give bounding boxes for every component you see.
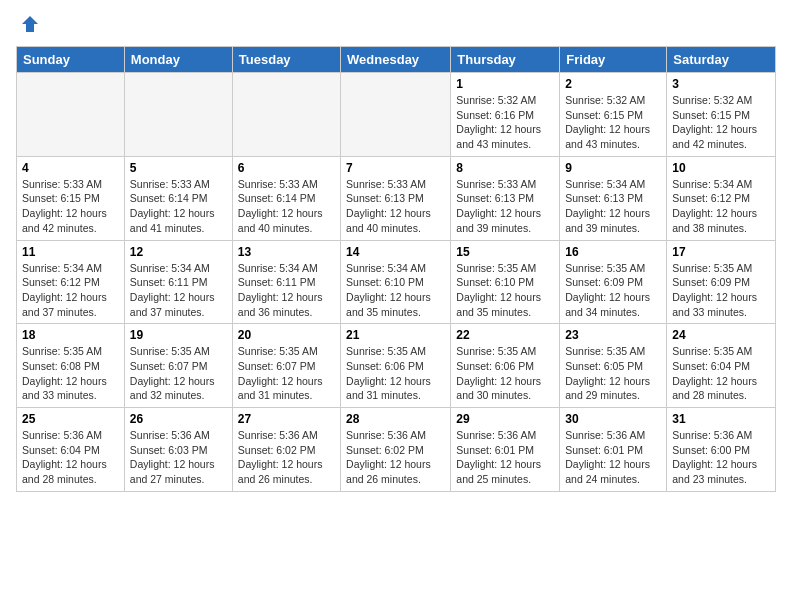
day-info: Sunrise: 5:36 AMSunset: 6:00 PMDaylight:…	[672, 428, 770, 487]
day-info: Sunrise: 5:33 AMSunset: 6:14 PMDaylight:…	[130, 177, 227, 236]
day-number: 4	[22, 161, 119, 175]
calendar-cell: 9Sunrise: 5:34 AMSunset: 6:13 PMDaylight…	[560, 156, 667, 240]
day-number: 28	[346, 412, 445, 426]
day-number: 17	[672, 245, 770, 259]
calendar-cell	[17, 73, 125, 157]
day-info: Sunrise: 5:35 AMSunset: 6:05 PMDaylight:…	[565, 344, 661, 403]
calendar-cell	[124, 73, 232, 157]
calendar-cell: 22Sunrise: 5:35 AMSunset: 6:06 PMDayligh…	[451, 324, 560, 408]
day-number: 5	[130, 161, 227, 175]
day-info: Sunrise: 5:34 AMSunset: 6:13 PMDaylight:…	[565, 177, 661, 236]
day-info: Sunrise: 5:36 AMSunset: 6:04 PMDaylight:…	[22, 428, 119, 487]
calendar-header-thursday: Thursday	[451, 47, 560, 73]
calendar-header-sunday: Sunday	[17, 47, 125, 73]
day-number: 20	[238, 328, 335, 342]
day-info: Sunrise: 5:35 AMSunset: 6:08 PMDaylight:…	[22, 344, 119, 403]
day-info: Sunrise: 5:33 AMSunset: 6:13 PMDaylight:…	[456, 177, 554, 236]
calendar-week-row: 11Sunrise: 5:34 AMSunset: 6:12 PMDayligh…	[17, 240, 776, 324]
day-info: Sunrise: 5:35 AMSunset: 6:06 PMDaylight:…	[456, 344, 554, 403]
day-number: 12	[130, 245, 227, 259]
calendar-cell: 2Sunrise: 5:32 AMSunset: 6:15 PMDaylight…	[560, 73, 667, 157]
calendar-cell: 6Sunrise: 5:33 AMSunset: 6:14 PMDaylight…	[232, 156, 340, 240]
calendar-cell: 12Sunrise: 5:34 AMSunset: 6:11 PMDayligh…	[124, 240, 232, 324]
day-number: 2	[565, 77, 661, 91]
logo-icon	[20, 14, 40, 34]
page-header	[16, 16, 776, 34]
day-info: Sunrise: 5:34 AMSunset: 6:11 PMDaylight:…	[130, 261, 227, 320]
calendar-cell: 25Sunrise: 5:36 AMSunset: 6:04 PMDayligh…	[17, 408, 125, 492]
day-info: Sunrise: 5:32 AMSunset: 6:16 PMDaylight:…	[456, 93, 554, 152]
calendar-cell: 18Sunrise: 5:35 AMSunset: 6:08 PMDayligh…	[17, 324, 125, 408]
calendar-cell	[232, 73, 340, 157]
day-info: Sunrise: 5:35 AMSunset: 6:09 PMDaylight:…	[565, 261, 661, 320]
day-number: 24	[672, 328, 770, 342]
day-number: 26	[130, 412, 227, 426]
calendar-cell: 7Sunrise: 5:33 AMSunset: 6:13 PMDaylight…	[341, 156, 451, 240]
calendar-cell: 1Sunrise: 5:32 AMSunset: 6:16 PMDaylight…	[451, 73, 560, 157]
calendar-cell: 14Sunrise: 5:34 AMSunset: 6:10 PMDayligh…	[341, 240, 451, 324]
calendar-cell: 10Sunrise: 5:34 AMSunset: 6:12 PMDayligh…	[667, 156, 776, 240]
day-info: Sunrise: 5:33 AMSunset: 6:14 PMDaylight:…	[238, 177, 335, 236]
day-info: Sunrise: 5:32 AMSunset: 6:15 PMDaylight:…	[672, 93, 770, 152]
day-number: 8	[456, 161, 554, 175]
calendar-cell	[341, 73, 451, 157]
calendar-week-row: 4Sunrise: 5:33 AMSunset: 6:15 PMDaylight…	[17, 156, 776, 240]
day-number: 31	[672, 412, 770, 426]
day-number: 14	[346, 245, 445, 259]
day-number: 1	[456, 77, 554, 91]
day-number: 3	[672, 77, 770, 91]
day-info: Sunrise: 5:32 AMSunset: 6:15 PMDaylight:…	[565, 93, 661, 152]
calendar-cell: 26Sunrise: 5:36 AMSunset: 6:03 PMDayligh…	[124, 408, 232, 492]
day-info: Sunrise: 5:35 AMSunset: 6:06 PMDaylight:…	[346, 344, 445, 403]
calendar-cell: 4Sunrise: 5:33 AMSunset: 6:15 PMDaylight…	[17, 156, 125, 240]
calendar-header-row: SundayMondayTuesdayWednesdayThursdayFrid…	[17, 47, 776, 73]
calendar-header-wednesday: Wednesday	[341, 47, 451, 73]
calendar-cell: 11Sunrise: 5:34 AMSunset: 6:12 PMDayligh…	[17, 240, 125, 324]
day-number: 21	[346, 328, 445, 342]
day-number: 10	[672, 161, 770, 175]
day-info: Sunrise: 5:34 AMSunset: 6:10 PMDaylight:…	[346, 261, 445, 320]
day-info: Sunrise: 5:33 AMSunset: 6:15 PMDaylight:…	[22, 177, 119, 236]
day-number: 18	[22, 328, 119, 342]
day-info: Sunrise: 5:35 AMSunset: 6:07 PMDaylight:…	[130, 344, 227, 403]
calendar-header-tuesday: Tuesday	[232, 47, 340, 73]
calendar-cell: 3Sunrise: 5:32 AMSunset: 6:15 PMDaylight…	[667, 73, 776, 157]
day-info: Sunrise: 5:36 AMSunset: 6:01 PMDaylight:…	[565, 428, 661, 487]
logo	[16, 16, 40, 34]
calendar-cell: 13Sunrise: 5:34 AMSunset: 6:11 PMDayligh…	[232, 240, 340, 324]
day-number: 15	[456, 245, 554, 259]
calendar-cell: 23Sunrise: 5:35 AMSunset: 6:05 PMDayligh…	[560, 324, 667, 408]
day-number: 27	[238, 412, 335, 426]
day-info: Sunrise: 5:34 AMSunset: 6:12 PMDaylight:…	[22, 261, 119, 320]
calendar-week-row: 1Sunrise: 5:32 AMSunset: 6:16 PMDaylight…	[17, 73, 776, 157]
day-number: 29	[456, 412, 554, 426]
calendar-cell: 19Sunrise: 5:35 AMSunset: 6:07 PMDayligh…	[124, 324, 232, 408]
calendar-week-row: 18Sunrise: 5:35 AMSunset: 6:08 PMDayligh…	[17, 324, 776, 408]
day-number: 13	[238, 245, 335, 259]
calendar-cell: 16Sunrise: 5:35 AMSunset: 6:09 PMDayligh…	[560, 240, 667, 324]
calendar-cell: 5Sunrise: 5:33 AMSunset: 6:14 PMDaylight…	[124, 156, 232, 240]
calendar-cell: 28Sunrise: 5:36 AMSunset: 6:02 PMDayligh…	[341, 408, 451, 492]
calendar-cell: 29Sunrise: 5:36 AMSunset: 6:01 PMDayligh…	[451, 408, 560, 492]
day-info: Sunrise: 5:36 AMSunset: 6:03 PMDaylight:…	[130, 428, 227, 487]
calendar-cell: 30Sunrise: 5:36 AMSunset: 6:01 PMDayligh…	[560, 408, 667, 492]
day-number: 19	[130, 328, 227, 342]
calendar-cell: 27Sunrise: 5:36 AMSunset: 6:02 PMDayligh…	[232, 408, 340, 492]
day-info: Sunrise: 5:34 AMSunset: 6:11 PMDaylight:…	[238, 261, 335, 320]
day-info: Sunrise: 5:36 AMSunset: 6:01 PMDaylight:…	[456, 428, 554, 487]
day-info: Sunrise: 5:36 AMSunset: 6:02 PMDaylight:…	[238, 428, 335, 487]
calendar-body: 1Sunrise: 5:32 AMSunset: 6:16 PMDaylight…	[17, 73, 776, 492]
calendar-header-friday: Friday	[560, 47, 667, 73]
day-info: Sunrise: 5:33 AMSunset: 6:13 PMDaylight:…	[346, 177, 445, 236]
calendar-header-monday: Monday	[124, 47, 232, 73]
calendar-cell: 24Sunrise: 5:35 AMSunset: 6:04 PMDayligh…	[667, 324, 776, 408]
day-info: Sunrise: 5:35 AMSunset: 6:09 PMDaylight:…	[672, 261, 770, 320]
calendar-cell: 21Sunrise: 5:35 AMSunset: 6:06 PMDayligh…	[341, 324, 451, 408]
calendar-cell: 8Sunrise: 5:33 AMSunset: 6:13 PMDaylight…	[451, 156, 560, 240]
day-number: 9	[565, 161, 661, 175]
day-number: 22	[456, 328, 554, 342]
calendar-week-row: 25Sunrise: 5:36 AMSunset: 6:04 PMDayligh…	[17, 408, 776, 492]
day-info: Sunrise: 5:35 AMSunset: 6:07 PMDaylight:…	[238, 344, 335, 403]
day-number: 30	[565, 412, 661, 426]
day-info: Sunrise: 5:36 AMSunset: 6:02 PMDaylight:…	[346, 428, 445, 487]
